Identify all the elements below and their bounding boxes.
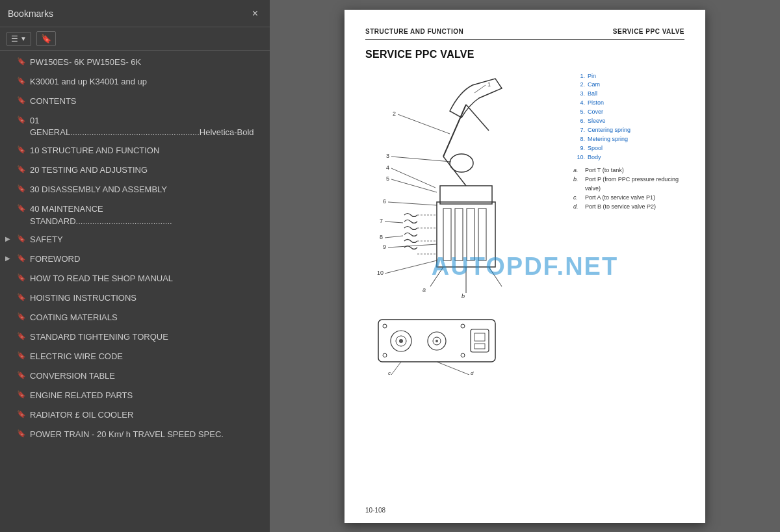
svg-text:2: 2 — [393, 110, 396, 117]
part-item: 5.Cover — [573, 108, 684, 117]
bookmark-item-howtoread[interactable]: 🔖HOW TO READ THE SHOP MANUAL — [0, 270, 270, 289]
bookmark-item-pw150es[interactable]: 🔖PW150ES- 6K PW150ES- 6K — [0, 53, 270, 73]
bookmark-label: 30 DISASSEMBLY AND ASSEMBLY — [30, 184, 263, 196]
svg-text:3: 3 — [386, 153, 389, 159]
expand-icon: ☰ — [11, 34, 18, 44]
svg-line-19 — [391, 168, 436, 188]
part-item: 6.Sleeve — [573, 117, 684, 126]
expand-arrow-icon: ▶ — [5, 255, 13, 262]
part-number: 1. — [573, 72, 585, 81]
bookmark-item-k30001[interactable]: 🔖K30001 and up K34001 and up — [0, 73, 270, 92]
part-name: Metering spring — [588, 135, 628, 144]
svg-point-46 — [383, 353, 387, 357]
part-name: Spool — [588, 144, 603, 153]
part-name: Cover — [588, 108, 603, 117]
diagram-svg: 1 2 3 4 5 6 — [365, 72, 567, 299]
bookmark-icon: 🔖 — [17, 96, 26, 105]
chevron-down-icon: ▼ — [20, 35, 27, 42]
expand-toolbar-button[interactable]: ☰ ▼ — [6, 32, 31, 46]
port-item: c.Port A (to service valve P1) — [573, 194, 684, 203]
part-number: 6. — [573, 117, 585, 126]
svg-line-17 — [391, 157, 451, 162]
part-number: 10. — [573, 153, 585, 162]
bookmark-item-powertrain[interactable]: 🔖POWER TRAIN - 20 Km/ h TRAVEL SPEED SPE… — [0, 425, 270, 445]
port-description: Port T (to tank) — [585, 166, 624, 175]
bookmark-icon: 🔖 — [17, 332, 26, 340]
expand-arrow-icon: ▶ — [5, 235, 13, 242]
svg-rect-3 — [467, 209, 474, 260]
bookmark-item-conversion[interactable]: 🔖CONVERSION TABLE — [0, 367, 270, 386]
bookmark-item-engine[interactable]: 🔖ENGINE RELATED PARTS — [0, 386, 270, 406]
bookmark-label: K30001 and up K34001 and up — [30, 76, 263, 88]
bookmark-item-contents[interactable]: 🔖CONTENTS — [0, 92, 270, 112]
bookmark-label: 40 MAINTENANCE STANDARD.................… — [30, 203, 263, 227]
svg-line-23 — [388, 202, 437, 205]
svg-line-7 — [466, 105, 489, 131]
svg-line-27 — [385, 236, 403, 238]
svg-line-51 — [437, 362, 469, 375]
bookmark-item-10structure[interactable]: 🔖10 STRUCTURE AND FUNCTION — [0, 142, 270, 161]
svg-rect-5 — [440, 186, 492, 204]
part-number: 5. — [573, 108, 585, 117]
svg-text:9: 9 — [383, 244, 386, 250]
part-number: 7. — [573, 126, 585, 135]
bookmark-icon: 🔖 — [17, 351, 26, 360]
close-button[interactable]: × — [248, 6, 262, 21]
svg-line-13 — [474, 85, 486, 93]
part-name: Cam — [588, 81, 600, 90]
svg-rect-2 — [455, 209, 463, 260]
svg-point-48 — [461, 353, 465, 357]
bookmark-toolbar-button[interactable]: 🔖 — [36, 31, 56, 46]
port-list: a.Port T (to tank)b.Port P (from PPC pre… — [573, 166, 684, 212]
svg-line-25 — [385, 222, 403, 223]
port-description: Port P (from PPC pressure reducing valve… — [585, 175, 684, 194]
svg-point-47 — [461, 324, 465, 328]
svg-line-15 — [398, 114, 450, 134]
bookmark-icon: 🔖 — [17, 410, 26, 418]
bookmark-label: POWER TRAIN - 20 Km/ h TRAVEL SPEED SPEC… — [30, 429, 263, 440]
part-item: 10.Body — [573, 153, 684, 162]
bookmark-item-20testing[interactable]: 🔖20 TESTING AND ADJUSTING — [0, 161, 270, 181]
bookmark-item-safety[interactable]: ▶🔖SAFETY — [0, 231, 270, 250]
bookmark-icon: 🔖 — [17, 312, 26, 321]
bookmark-item-40maintenance[interactable]: 🔖40 MAINTENANCE STANDARD................… — [0, 200, 270, 230]
bookmark-label: RADIATOR £ OIL COOLER — [30, 409, 263, 421]
part-name: Body — [588, 153, 601, 162]
bookmark-item-electricwire[interactable]: 🔖ELECTRIC WIRE CODE — [0, 348, 270, 367]
bookmark-label: 20 TESTING AND ADJUSTING — [30, 164, 263, 176]
part-number: 9. — [573, 144, 585, 153]
part-name: Piston — [588, 99, 604, 108]
svg-text:b: b — [462, 293, 465, 299]
bookmark-label: SAFETY — [30, 234, 263, 246]
part-item: 3.Ball — [573, 90, 684, 99]
bookmark-list: 🔖PW150ES- 6K PW150ES- 6K 🔖K30001 and up … — [0, 51, 270, 532]
bookmark-icon: 🔖 — [17, 165, 26, 173]
bookmark-item-radiator[interactable]: 🔖RADIATOR £ OIL COOLER — [0, 406, 270, 425]
port-letter: a. — [573, 166, 582, 175]
bookmark-item-hoisting[interactable]: 🔖HOISTING INSTRUCTIONS — [0, 289, 270, 309]
parts-list: 1.Pin2.Cam3.Ball4.Piston5.Cover6.Sleeve7… — [573, 72, 684, 299]
bookmark-item-01general[interactable]: 🔖01 GENERAL.............................… — [0, 112, 270, 142]
bookmark-label: HOW TO READ THE SHOP MANUAL — [30, 273, 263, 285]
svg-line-12 — [489, 267, 502, 286]
bookmark-item-coating[interactable]: 🔖COATING MATERIALS — [0, 309, 270, 328]
bookmark-item-foreword[interactable]: ▶🔖FOREWORD — [0, 250, 270, 270]
bookmark-icon: 🔖 — [17, 254, 26, 262]
main-content: AUTOPDF.NET STRUCTURE AND FUNCTION SERVI… — [270, 0, 780, 532]
bottom-diagram: c d — [365, 310, 684, 377]
svg-line-49 — [391, 362, 401, 375]
svg-line-10 — [430, 267, 443, 286]
bookmark-icon: 🔖 — [17, 204, 26, 212]
svg-rect-4 — [478, 209, 486, 260]
bookmark-label: ELECTRIC WIRE CODE — [30, 351, 263, 362]
part-item: 1.Pin — [573, 72, 684, 81]
port-letter: b. — [573, 175, 582, 194]
bookmark-item-30disassembly[interactable]: 🔖30 DISASSEMBLY AND ASSEMBLY — [0, 181, 270, 200]
svg-rect-1 — [443, 209, 451, 260]
bookmark-label: CONVERSION TABLE — [30, 370, 263, 382]
svg-line-31 — [385, 260, 437, 273]
bookmark-icon: 🔖 — [17, 273, 26, 282]
bookmark-item-torque[interactable]: 🔖STANDARD TIGHTENING TORQUE — [0, 328, 270, 348]
port-description: Port B (to service valve P2) — [585, 203, 656, 212]
svg-text:c: c — [388, 370, 391, 375]
